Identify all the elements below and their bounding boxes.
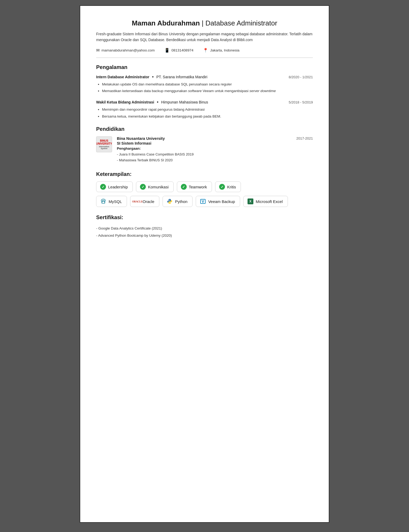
skill-veeam: V Veeam Backup [196,196,240,207]
job-1-dot: • [152,75,155,79]
job-1-title: Intern Database Administrator [96,75,149,79]
university-logo: BINUSUNIVERSITY Information System [96,136,112,152]
job-2-bullet-1: Memimpin dan mengoordinir rapat pengurus… [102,107,313,113]
header-section: Maman Abdurahman | Database Administrato… [96,19,313,58]
experience-section: Pengalaman Intern Database Administrator… [96,64,313,119]
certifications-section: Sertifikasi: - Google Data Analytics Cer… [96,214,313,239]
job-2-bullets: Memimpin dan mengoordinir rapat pengurus… [96,107,313,119]
job-2-title-company: Wakil Ketua Bidang Administrasi • Himpun… [96,100,208,105]
job-1-header: Intern Database Administrator • PT. Sara… [96,75,313,79]
email-icon: ✉ [96,48,100,53]
soft-skills-row: ✓ Leadership ✓ Komunikasi ✓ Teamwork ✓ K… [96,181,313,192]
edu-degree: SI Sistem Informasi [117,141,313,145]
name-text: Maman Abdurahman [132,19,200,27]
python-icon [167,198,173,205]
education-title: Pendidikan [96,126,313,132]
job-1-title-company: Intern Database Administrator • PT. Sara… [96,75,207,79]
tech-skills-row: MySQL ORACLE Oracle Python V [96,196,313,207]
skill-label-veeam: Veeam Backup [208,199,235,204]
cert-item-1: - Google Data Analytics Certificate (202… [96,225,313,232]
job-1-bullet-1: Melakukan update OS dan memelihara datab… [102,81,313,87]
skill-mysql: MySQL [96,196,127,207]
edu-award-2: - Mahasiswa Terbaik BINUS SI 2020 [117,157,313,163]
skill-label-komunikasi: Komunikasi [148,185,169,189]
skill-label-oracle: Oracle [143,199,154,204]
job-2-date: 5/2018 - 5/2019 [289,100,313,104]
svg-point-0 [102,200,104,201]
skill-label-excel: Microsoft Excel [256,199,283,204]
contact-row: ✉ mamanabdurahman@yahoo.com 📱 0813140897… [96,48,313,53]
location-contact: 📍 Jakarta, Indonesia [203,48,239,53]
phone-icon: 📱 [164,48,170,53]
job-1: Intern Database Administrator • PT. Sara… [96,75,313,94]
email-text: mamanabdurahman@yahoo.com [101,48,155,52]
skill-oracle: ORACLE Oracle [130,196,159,207]
job-2-header: Wakil Ketua Bidang Administrasi • Himpun… [96,100,313,105]
skill-teamwork: ✓ Teamwork [177,181,212,192]
skill-komunikasi: ✓ Komunikasi [136,181,174,192]
education-section: Pendidikan BINUSUNIVERSITY Information S… [96,126,313,163]
edu-content: Bina Nusantara University 2017-2021 SI S… [117,136,313,163]
job-2-dot: • [157,100,160,104]
skill-check-icon-3: ✓ [181,184,187,190]
summary-text: Fresh-graduate Sistem Informasi dari Bin… [96,31,313,43]
skill-label-leadership: Leadership [108,185,128,189]
email-contact: ✉ mamanabdurahman@yahoo.com [96,48,155,53]
experience-title: Pengalaman [96,64,313,70]
skill-label-mysql: MySQL [109,199,122,204]
skill-leadership: ✓ Leadership [96,181,133,192]
job-title-text: Database Administrator [206,19,277,27]
oracle-icon: ORACLE [134,198,140,205]
job-1-bullet-2: Memastikan ketersediaan data backup meng… [102,88,313,94]
edu-awards-title: Penghargaan: [117,146,313,150]
phone-text: 08131408974 [172,48,194,52]
resume-page: Maman Abdurahman | Database Administrato… [80,5,329,523]
job-1-bullets: Melakukan update OS dan memelihara datab… [96,81,313,94]
university-name: Bina Nusantara University [117,136,165,141]
full-name-title: Maman Abdurahman | Database Administrato… [96,19,313,27]
skill-kritis: ✓ Kritis [215,181,241,192]
header-divider [96,58,313,58]
pipe-separator: | [202,19,206,27]
skill-excel: X Microsoft Excel [243,196,288,207]
skill-label-teamwork: Teamwork [189,185,207,189]
job-2: Wakil Ketua Bidang Administrasi • Himpun… [96,100,313,119]
skill-check-icon: ✓ [100,184,106,190]
skills-section: Keterampilan: ✓ Leadership ✓ Komunikasi … [96,171,313,207]
edu-date: 2017-2021 [296,136,313,140]
cert-item-2: - Advanced Python Bootcamp by Udemy (202… [96,232,313,239]
cert-title: Sertifikasi: [96,214,313,220]
edu-row: BINUSUNIVERSITY Information System Bina … [96,136,313,163]
edu-header-row: Bina Nusantara University 2017-2021 [117,136,313,141]
location-icon: 📍 [203,48,208,53]
excel-icon: X [247,198,254,205]
skill-python: Python [163,196,193,207]
skills-title: Keterampilan: [96,171,313,177]
job-2-company: Himpunan Mahasiswa Binus [161,100,208,104]
skill-label-python: Python [175,199,188,204]
skill-check-icon-2: ✓ [140,184,146,190]
job-1-company: PT. Sarana Informatika Mandiri [156,75,207,79]
mysql-icon [100,198,106,205]
edu-award-1: - Juara II Business Case Competition BAS… [117,152,313,157]
skill-label-kritis: Kritis [227,185,236,189]
location-text: Jakarta, Indonesia [210,48,239,52]
phone-contact: 📱 08131408974 [164,48,194,53]
job-2-bullet-2: Bersama ketua, menentukan kebijakan dan … [102,114,313,119]
veeam-icon: V [200,198,206,205]
job-2-title: Wakil Ketua Bidang Administrasi [96,100,154,104]
job-1-date: 8/2020 - 1/2021 [289,75,313,79]
skill-check-icon-4: ✓ [219,184,225,190]
